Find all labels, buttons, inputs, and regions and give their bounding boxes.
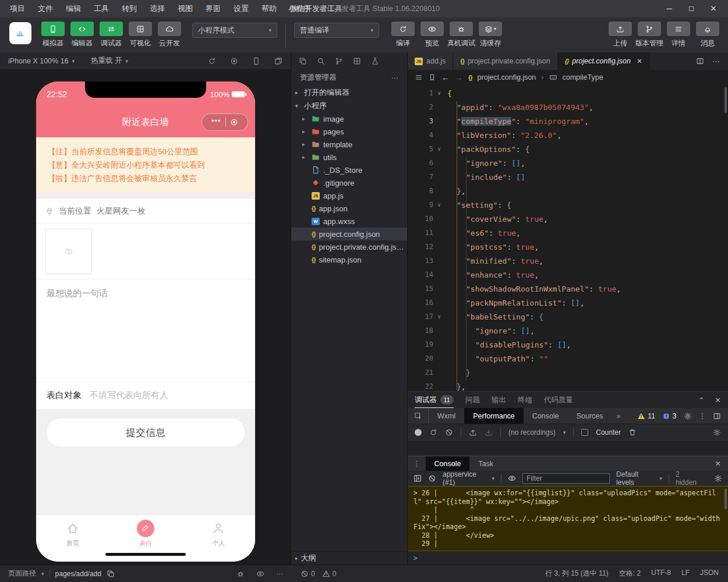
code-line[interactable]: 4"libVersion": "2.26.0",: [408, 128, 728, 142]
close-tab-icon[interactable]: ✕: [637, 57, 642, 65]
eye-icon[interactable]: [508, 474, 516, 482]
code-line[interactable]: 7"include": []: [408, 170, 728, 184]
remote-debug-button[interactable]: 真机调试: [447, 22, 476, 48]
code-editor[interactable]: 1∨{2"appid": "wxa8a0987b05074943",3"comp…: [408, 85, 728, 391]
kebab-menu-icon[interactable]: ⋮: [699, 411, 706, 420]
code-line[interactable]: 9∨"setting": {: [408, 198, 728, 212]
editor-tab[interactable]: {}project.private.config.json: [453, 52, 557, 70]
debugger-tab[interactable]: 问题: [465, 392, 480, 408]
code-line[interactable]: 14"enhance": true,: [408, 268, 728, 282]
submit-button[interactable]: 提交信息: [47, 418, 245, 446]
copy-icon[interactable]: [299, 57, 307, 65]
close-icon[interactable]: ✕: [702, 0, 725, 17]
location-row[interactable]: 当前位置 火星网友一枚: [36, 199, 255, 223]
menu-item[interactable]: 转到: [115, 0, 143, 17]
compile-mode-select[interactable]: 普通编译 ▾: [294, 23, 379, 38]
cursor-position[interactable]: 行 3, 列 15 (选中 11): [545, 569, 608, 579]
search-icon[interactable]: [317, 57, 325, 65]
project-section[interactable]: ▾ 小程序: [291, 99, 407, 112]
menu-item[interactable]: 界面: [199, 0, 227, 17]
outline-list-icon[interactable]: [415, 73, 423, 81]
indentation[interactable]: 空格: 2: [619, 569, 641, 579]
more-actions-icon[interactable]: ⋯: [391, 73, 399, 82]
details-button[interactable]: 详情: [664, 22, 693, 48]
code-line[interactable]: 13"minified": true,: [408, 254, 728, 268]
dock-side-icon[interactable]: [713, 412, 721, 420]
more-actions-icon[interactable]: ⋯: [712, 57, 720, 66]
load-profile-icon[interactable]: [469, 428, 477, 436]
console-prompt[interactable]: >: [408, 551, 728, 565]
target-input[interactable]: 不填写代表向所有人: [90, 390, 168, 401]
inspect-icon[interactable]: [408, 408, 429, 424]
console-drawer-tab-task[interactable]: Task: [469, 456, 502, 471]
cloud-dev-button[interactable]: 云开发: [155, 22, 184, 48]
fold-icon[interactable]: ∨: [433, 146, 445, 152]
outline-section[interactable]: ▸ 大纲: [291, 551, 407, 565]
tree-item[interactable]: ▸image: [291, 112, 407, 125]
split-editor-icon[interactable]: [696, 57, 704, 65]
messages-button[interactable]: 消息: [693, 22, 722, 48]
code-line[interactable]: 2"appid": "wxa8a0987b05074943",: [408, 100, 728, 114]
refresh-icon[interactable]: [208, 57, 216, 65]
fold-icon[interactable]: ∨: [433, 90, 445, 96]
tree-item[interactable]: ▸pages: [291, 125, 407, 138]
code-line[interactable]: 17∨"babelSetting": {: [408, 310, 728, 324]
menu-item[interactable]: 文件: [31, 0, 59, 17]
tree-item[interactable]: JSapp.js: [291, 189, 407, 202]
preview-button[interactable]: 预览: [418, 22, 447, 48]
phone-tab-home[interactable]: 首页: [36, 515, 109, 552]
code-line[interactable]: 10"coverView": true,: [408, 212, 728, 226]
avatar[interactable]: [9, 22, 31, 44]
counter-checkbox[interactable]: [581, 429, 588, 436]
upload-image-button[interactable]: [45, 229, 92, 274]
code-line[interactable]: 18"ignore": [],: [408, 324, 728, 338]
compile-button[interactable]: 编译: [388, 22, 418, 48]
phone-tab-profile[interactable]: 个人: [182, 515, 255, 552]
gear-icon[interactable]: [713, 428, 721, 436]
clear-cache-button[interactable]: ▾清缓存: [476, 22, 505, 48]
more-tabs-icon[interactable]: »: [612, 412, 625, 420]
message-textarea[interactable]: 最想说的一句话: [36, 279, 255, 308]
context-select[interactable]: appservice (#1) ▾: [443, 470, 494, 487]
menu-item[interactable]: 项目: [3, 0, 31, 17]
console-sidebar-icon[interactable]: [414, 474, 422, 482]
editor-tab[interactable]: JSadd.js: [408, 52, 453, 70]
console-warning-message[interactable]: > 26 | <image wx:for="{{imglist}}" class…: [408, 486, 728, 551]
tree-item[interactable]: ▸template: [291, 138, 407, 151]
gear-icon[interactable]: [714, 474, 722, 482]
tree-item[interactable]: {}app.json: [291, 202, 407, 215]
code-line[interactable]: 19"disablePlugins": [],: [408, 338, 728, 352]
tree-item[interactable]: Wapp.wxss: [291, 215, 407, 228]
console-scrollbar[interactable]: [725, 488, 727, 509]
layout-icon[interactable]: [353, 57, 361, 65]
menu-item[interactable]: 选择: [143, 0, 171, 17]
page-path-value[interactable]: pages/add/add: [55, 570, 101, 578]
debugger-tab[interactable]: 终端: [518, 392, 532, 408]
recordings-select[interactable]: (no recordings): [508, 428, 556, 436]
maximize-icon[interactable]: □: [680, 0, 702, 17]
code-line[interactable]: 11"es6": true,: [408, 226, 728, 240]
gear-icon[interactable]: [684, 412, 692, 420]
more-icon[interactable]: •••: [211, 118, 221, 124]
problems-status[interactable]: 0 0: [291, 570, 408, 578]
kebab-menu-icon[interactable]: ⋮: [408, 459, 426, 468]
version-control-button[interactable]: 版本管理: [635, 22, 664, 48]
debugger-tab[interactable]: 调试器11: [415, 392, 454, 408]
code-line[interactable]: 3"compileType": "miniprogram",: [408, 114, 728, 128]
code-line[interactable]: 20"outputPath": "": [408, 352, 728, 365]
debugger-tab[interactable]: 输出: [492, 392, 506, 408]
tree-item[interactable]: .gitignore: [291, 176, 407, 189]
mode-select[interactable]: 小程序模式 ▾: [192, 23, 277, 38]
tree-item[interactable]: ▸utils: [291, 151, 407, 164]
code-line[interactable]: 8},: [408, 184, 728, 198]
clear-icon[interactable]: [445, 428, 453, 436]
flask-icon[interactable]: [371, 57, 379, 65]
git-branch-icon[interactable]: [335, 57, 343, 65]
debugger-tab[interactable]: 代码质量: [544, 392, 573, 408]
menu-item[interactable]: 视图: [171, 0, 199, 17]
code-line[interactable]: 16"packNpmRelationList": [],: [408, 296, 728, 310]
code-line[interactable]: 5∨"packOptions": {: [408, 142, 728, 156]
editor-tab[interactable]: {}project.config.json✕: [558, 52, 650, 70]
tree-item[interactable]: {}sitemap.json: [291, 253, 407, 266]
menu-item[interactable]: 编辑: [59, 0, 87, 17]
